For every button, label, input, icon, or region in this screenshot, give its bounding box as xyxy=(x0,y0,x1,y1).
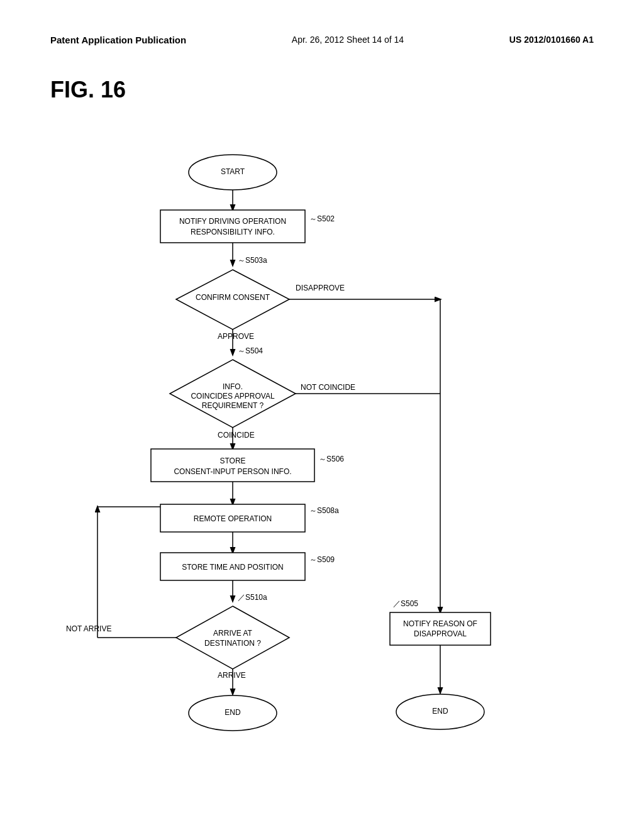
svg-text:CONSENT-INPUT PERSON INFO.: CONSENT-INPUT PERSON INFO. xyxy=(174,467,291,476)
flowchart-svg: START NOTIFY DRIVING OPERATION RESPONSIB… xyxy=(0,122,644,782)
svg-text:REMOTE OPERATION: REMOTE OPERATION xyxy=(194,514,272,523)
svg-text:REQUIREMENT ?: REQUIREMENT ? xyxy=(202,401,264,410)
svg-text:STORE TIME AND POSITION: STORE TIME AND POSITION xyxy=(182,563,284,572)
svg-text:／S510a: ／S510a xyxy=(238,593,267,602)
svg-text:～S504: ～S504 xyxy=(238,346,263,355)
svg-text:～S506: ～S506 xyxy=(319,455,344,463)
figure-title: FIG. 16 xyxy=(0,58,644,122)
svg-text:NOT ARRIVE: NOT ARRIVE xyxy=(66,624,111,633)
svg-text:DESTINATION ?: DESTINATION ? xyxy=(204,639,261,648)
svg-text:APPROVE: APPROVE xyxy=(218,332,254,341)
svg-text:～S503a: ～S503a xyxy=(238,256,267,265)
svg-text:END: END xyxy=(432,707,448,716)
svg-text:DISAPPROVE: DISAPPROVE xyxy=(296,284,345,292)
svg-text:～S509: ～S509 xyxy=(309,555,335,564)
svg-rect-51 xyxy=(390,612,491,645)
svg-text:ARRIVE AT: ARRIVE AT xyxy=(213,629,252,638)
svg-text:CONFIRM CONSENT: CONFIRM CONSENT xyxy=(196,293,270,302)
svg-text:～S508a: ～S508a xyxy=(309,506,339,515)
svg-text:STORE: STORE xyxy=(219,456,245,465)
header: Patent Application Publication Apr. 26, … xyxy=(0,0,644,58)
svg-text:COINCIDES APPROVAL: COINCIDES APPROVAL xyxy=(191,392,274,401)
svg-rect-3 xyxy=(160,210,305,243)
svg-text:DISAPPROVAL: DISAPPROVAL xyxy=(414,629,467,638)
svg-text:NOTIFY REASON OF: NOTIFY REASON OF xyxy=(403,619,477,628)
svg-text:～S502: ～S502 xyxy=(309,214,335,223)
svg-text:END: END xyxy=(225,708,241,717)
svg-text:START: START xyxy=(221,167,245,176)
diagram-container: START NOTIFY DRIVING OPERATION RESPONSIB… xyxy=(0,122,644,782)
header-center: Apr. 26, 2012 Sheet 14 of 14 xyxy=(292,35,404,45)
svg-text:INFO.: INFO. xyxy=(223,382,243,391)
svg-text:ARRIVE: ARRIVE xyxy=(218,671,246,680)
svg-text:NOT COINCIDE: NOT COINCIDE xyxy=(301,383,355,392)
svg-text:RESPONSIBILITY INFO.: RESPONSIBILITY INFO. xyxy=(191,228,275,236)
svg-text:COINCIDE: COINCIDE xyxy=(218,431,255,440)
header-right: US 2012/0101660 A1 xyxy=(509,35,594,45)
page: Patent Application Publication Apr. 26, … xyxy=(0,0,644,830)
svg-text:／S505: ／S505 xyxy=(393,599,418,608)
header-left: Patent Application Publication xyxy=(50,35,186,45)
svg-text:NOTIFY DRIVING OPERATION: NOTIFY DRIVING OPERATION xyxy=(179,217,286,226)
